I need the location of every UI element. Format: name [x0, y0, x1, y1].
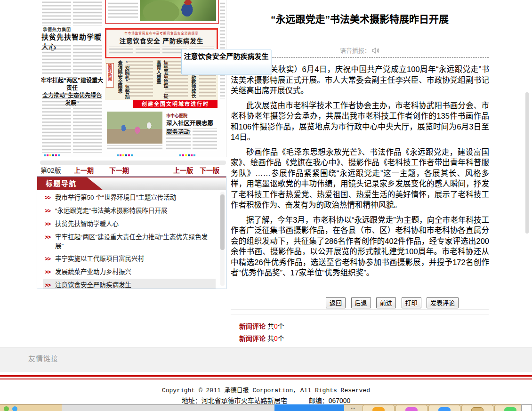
nav-item[interactable]: >>牢牢扛起“两区”建设重大责任全力推动“生态优先绿色发展”	[43, 231, 216, 252]
nav-item[interactable]: >>扶贫先扶智助学暖人心	[43, 218, 216, 231]
double-chevron-icon: >>	[45, 281, 50, 289]
page-scrollbar-thumb[interactable]	[525, 92, 529, 234]
newspaper-page-preview[interactable]: 承德热力集团 扶贫先扶智助学暖人心 牢牢扛起“两区”建设重大责任 全力推动“生态…	[40, 0, 226, 157]
double-chevron-icon: >>	[45, 220, 50, 229]
nav-list: >>我市举行第50 个“世界环境日”主题宣传活动 >>“永远跟党走”书法美术摄影…	[37, 190, 226, 289]
prev-page-link[interactable]: 上一版	[173, 165, 193, 175]
comment-count: 0	[274, 322, 278, 330]
photo-caption	[107, 145, 162, 151]
app-icon	[438, 407, 451, 411]
newsprint-text-block	[136, 47, 160, 55]
taskbar-start-area[interactable]	[0, 404, 62, 411]
hospital-article[interactable]: 市中心医院 深入社区开展志愿服务活动	[106, 109, 218, 153]
nav-item[interactable]: >>“永远跟党走”书法美术摄影特展昨日开展	[43, 204, 216, 218]
page: 承德热力集团 扶贫先扶智助学暖人心 牢牢扛起“两区”建设重大责任 全力推动“生态…	[0, 0, 532, 411]
newsprint-text-block	[73, 44, 102, 75]
nav-item[interactable]: >>丰宁实施以工代赈项目富民兴村	[43, 252, 216, 266]
nav-item[interactable]: >>我市举行第50 个“世界环境日”主题宣传活动	[43, 191, 216, 204]
newsprint-text-block	[108, 2, 138, 19]
title-navigation-panel: 标题导航 >>我市举行第50 个“世界环境日”主题宣传活动 >>“永远跟党走”书…	[37, 176, 226, 289]
double-chevron-icon: >>	[45, 193, 50, 202]
app-icon	[372, 407, 385, 411]
next-issue-link[interactable]: 下一期	[109, 165, 129, 175]
taskbar-app-button[interactable]	[363, 405, 395, 411]
double-chevron-icon: >>	[45, 233, 50, 242]
divider	[231, 309, 489, 310]
double-chevron-icon: >>	[45, 207, 50, 216]
newsprint-text-block	[166, 129, 191, 151]
taskbar-active-window-button[interactable]	[274, 404, 344, 411]
news-comments-row: 新闻评论 共0个	[239, 333, 284, 343]
taskbar-window-button[interactable]	[62, 404, 274, 411]
start-orb-icon	[4, 406, 9, 411]
nav-item-active[interactable]: >>注意饮食安全严防疾病发生	[43, 279, 216, 289]
newsprint-text-block	[42, 44, 71, 75]
newsprint-text-block	[193, 129, 217, 151]
footer-red-line	[0, 379, 532, 379]
back-button[interactable]: 后退	[351, 297, 371, 308]
start-orb-icon	[12, 406, 17, 411]
newspaper-photo	[140, 0, 216, 21]
newsprint-text-block	[73, 94, 102, 153]
speaker-icon[interactable]	[372, 48, 379, 55]
article-paragraph: 砂画作品《毛泽东思想永放光芒》、书法作品《永远跟党走，建设富国家》、绘画作品《党…	[231, 147, 489, 210]
civilized-city-banner: 创建全国文明城市进行时	[133, 100, 218, 108]
article-kicker: 市市场监管局发布中高考期间食品安全消费提示	[106, 31, 217, 35]
taskbar-app-button[interactable]	[395, 405, 427, 411]
taskbar: ⋯	[0, 404, 532, 411]
address-row: 地址：河北省承德市火车站路新居宅邮编：067000	[0, 395, 532, 405]
print-button[interactable]: 打印	[402, 297, 421, 308]
return-button[interactable]: 返回	[326, 297, 346, 308]
newsprint-text-block	[109, 47, 133, 55]
comments-label: 新闻评论	[239, 335, 266, 342]
friendship-links-label: 友情链接	[28, 353, 58, 363]
app-icon	[504, 407, 516, 411]
article-body: （记者关秋实）6月4日，庆祝中国共产党成立100周年“永远跟党走”书法美术摄影特…	[231, 64, 489, 282]
footer-red-line	[0, 375, 532, 377]
taskbar-app-button[interactable]	[521, 404, 532, 411]
divider	[231, 314, 489, 314]
next-page-link[interactable]: 下一版	[200, 165, 219, 175]
news-comments-row: 新闻评论 共0个	[239, 321, 284, 330]
postcode-text: 邮编：067000	[309, 397, 351, 404]
nav-item[interactable]: >>发展蔬菜产业助力乡村振兴	[43, 266, 216, 279]
voice-broadcast-label: 语音播报：	[340, 47, 371, 54]
copyright-text: Copyright © 2011 承德日报 Corporation, All R…	[0, 385, 532, 394]
double-chevron-icon: >>	[45, 255, 50, 264]
headline-tooltip: 注意饮食安全严防疾病发生	[181, 49, 271, 74]
photo-article[interactable]	[105, 0, 219, 24]
newsprint-text-block	[42, 94, 71, 153]
forward-button[interactable]: 前进	[376, 297, 396, 308]
address-text: 地址：河北省承德市火车站路新居宅	[182, 397, 287, 404]
nav-header-label: 标题导航	[46, 177, 77, 190]
nav-header: 标题导航	[37, 177, 226, 190]
friendship-links-band: 友情链接	[0, 347, 532, 372]
edition-label: 第02版	[40, 165, 61, 175]
comments-label: 新闻评论	[239, 322, 266, 330]
taskbar-app-button[interactable]	[428, 405, 460, 411]
prev-issue-link[interactable]: 上一期	[74, 165, 94, 175]
newsprint-text-block	[73, 1, 102, 25]
brief-news-box[interactable]: 简明新闻	[106, 63, 114, 88]
comment-count: 0	[274, 335, 278, 342]
nav-scrollbar-thumb[interactable]	[220, 194, 225, 250]
taskbar-app-button[interactable]	[461, 405, 493, 411]
article-toolbar: 返回 后退 前进 打印 发表评论	[231, 297, 459, 308]
preview-horizontal-scrollbar[interactable]	[40, 161, 226, 165]
app-icon	[405, 407, 418, 411]
article-paragraph: 此次展览由市老科学技术工作者协会主办，市老科协武阳书画分会、市老科协老年摄影分会…	[231, 100, 489, 143]
article-paragraph: 据了解，今年3月，市老科协以“永远跟党走”为主题，向全市老年科技工作者广泛征集书…	[231, 215, 489, 278]
double-chevron-icon: >>	[45, 268, 50, 277]
taskbar-grip-icon[interactable]: ⋯	[351, 406, 355, 411]
folder-icon	[471, 407, 484, 411]
post-comment-button[interactable]: 发表评论	[427, 297, 459, 308]
newsprint-text-block	[42, 1, 71, 25]
newsprint-text-block	[127, 61, 153, 98]
article-title: “永远跟党走”书法美术摄影特展昨日开展	[231, 11, 489, 25]
newspaper-photo	[107, 112, 162, 144]
article-headline: 注意饮食安全 严防疾病发生	[106, 36, 217, 45]
